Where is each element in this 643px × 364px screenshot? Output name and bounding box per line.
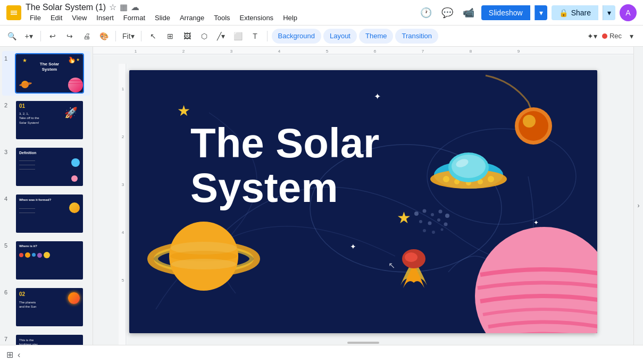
ruler-v-svg: 1 2 3 4 5 [119, 64, 127, 348]
slideshow-dropdown-button[interactable]: ▾ [535, 5, 547, 20]
slideshow-button[interactable]: Slideshow [481, 5, 530, 20]
assist-btn[interactable]: ✦▾ [585, 29, 600, 44]
print-btn[interactable]: 🖨 [79, 29, 94, 44]
comet-tr-svg [480, 70, 565, 155]
thumb-planet-3b [71, 175, 78, 182]
slide-thumb-2[interactable]: 2 01 3, 2, 1,Take off to theSolar System… [2, 98, 90, 142]
pink-planet-svg [470, 200, 597, 333]
menu-edit[interactable]: Edit [46, 13, 66, 23]
slide-3-bg: Definition —————————————————— [16, 148, 83, 186]
redo-btn[interactable]: ↪ [62, 29, 77, 44]
shapes-btn[interactable]: ⬡ [197, 29, 212, 44]
menu-format[interactable]: Format [119, 13, 149, 23]
menu-insert[interactable]: Insert [92, 13, 118, 23]
rec-dropdown[interactable]: ▾ [624, 29, 639, 44]
paint-format-btn[interactable]: 🎨 [96, 29, 111, 44]
layout-btn[interactable]: Layout [323, 29, 357, 44]
main-area: 1 The SolarSystem ★ ★ [0, 47, 643, 364]
slide-title-line1: The Solar [190, 121, 379, 165]
transition-btn[interactable]: Transition [395, 29, 438, 44]
rec-label[interactable]: Rec [609, 32, 622, 40]
slide-4-bg: When was it formed? ———————————— [16, 194, 83, 233]
thumb-planet-3 [71, 158, 80, 167]
comet-fire-svg [390, 248, 438, 301]
history-icon-btn[interactable]: 🕐 [417, 4, 435, 21]
panel-toggle-icon[interactable]: ‹ [18, 350, 20, 360]
svg-rect-3 [11, 14, 17, 15]
star-icon[interactable]: ☆ [109, 2, 116, 12]
theme-btn[interactable]: Theme [359, 29, 393, 44]
svg-text:6: 6 [374, 49, 377, 54]
slide-thumb-6[interactable]: 6 02 The planetsand the Sun [2, 285, 90, 329]
search-btn[interactable]: 🔍 [4, 29, 19, 44]
editor-area[interactable]: 1 2 3 4 5 6 7 8 9 1 2 3 4 [93, 47, 633, 364]
share-button[interactable]: 🔒 Share [552, 5, 598, 20]
textbox-btn[interactable]: T [248, 29, 263, 44]
svg-text:2: 2 [122, 134, 124, 139]
slide-thumb-4[interactable]: 4 When was it formed? ———————————— [2, 191, 90, 236]
slide-canvas[interactable]: The Solar System ★ ✦ ✦ ✦ ✦ ✦ ★ [129, 70, 597, 333]
svg-point-56 [432, 231, 435, 234]
grid-view-icon[interactable]: ⊞ [6, 350, 13, 360]
slide-thumb-1[interactable]: 1 The SolarSystem ★ ★ [2, 51, 90, 96]
thumb-rocket: 🚀 [64, 106, 78, 119]
background-btn[interactable]: Background [272, 29, 321, 44]
pink-planet [470, 200, 597, 333]
share-dropdown-button[interactable]: ▾ [603, 5, 615, 20]
bottom-bar: ⊞ ‹ [0, 345, 643, 364]
user-avatar[interactable]: A [620, 4, 637, 21]
sparkle-4: ✦ [350, 242, 356, 251]
slide-5-title: Where is it? [16, 241, 83, 251]
slide-6-bg: 02 The planetsand the Sun [16, 288, 83, 326]
slide-num-6: 6 [4, 289, 12, 295]
title-actions: 🕐 💬 📹 Slideshow ▾ 🔒 Share ▾ A [417, 4, 637, 21]
sparkle-1: ✦ [374, 91, 381, 101]
present-icon-btn[interactable]: 📹 [460, 4, 477, 21]
svg-point-29 [171, 259, 236, 269]
menu-help[interactable]: Help [279, 13, 302, 23]
image-btn[interactable]: 🖼 [180, 29, 195, 44]
slide-5-bg: Where is it? [16, 241, 83, 280]
cursor-btn[interactable]: ↖ [146, 29, 161, 44]
slide-1-bg: The SolarSystem ★ ★ 🔥 [16, 54, 83, 92]
menu-slide[interactable]: Slide [151, 13, 174, 23]
right-panel-toggle[interactable]: › [633, 47, 643, 364]
color-btn[interactable]: ⬜ [231, 29, 246, 44]
doc-title[interactable]: The Solar System (1) [26, 3, 106, 12]
scroll-bar-h[interactable] [347, 342, 379, 344]
menu-bar: File Edit View Insert Format Slide Arran… [26, 13, 413, 23]
menu-file[interactable]: File [26, 13, 45, 23]
cloud-icon[interactable]: ☁ [131, 2, 139, 12]
svg-text:8: 8 [470, 49, 472, 54]
slide-5-planets [16, 251, 83, 260]
slide-2-bg: 01 3, 2, 1,Take off to theSolar System! … [16, 101, 83, 139]
thumb-saturn [19, 81, 32, 88]
slide-num-4: 4 [4, 196, 12, 202]
undo-btn[interactable]: ↩ [45, 29, 60, 44]
ruler-horizontal: 1 2 3 4 5 6 7 8 9 [93, 47, 633, 55]
slide-thumb-5[interactable]: 5 Where is it? [2, 238, 90, 283]
zoom-in-btn[interactable]: +▾ [21, 29, 36, 44]
svg-point-45 [405, 252, 417, 262]
menu-extensions[interactable]: Extensions [236, 13, 278, 23]
line-btn[interactable]: ╱▾ [214, 29, 229, 44]
slide-preview-5: Where is it? [15, 240, 84, 281]
slide-panel[interactable]: 1 The SolarSystem ★ ★ [0, 47, 93, 364]
menu-tools[interactable]: Tools [210, 13, 234, 23]
select-btn[interactable]: ⊞ [163, 29, 178, 44]
slide-num-7: 7 [4, 336, 12, 342]
menu-view[interactable]: View [68, 13, 91, 23]
svg-text:5: 5 [122, 278, 124, 283]
svg-text:3: 3 [122, 182, 124, 187]
svg-text:1: 1 [122, 87, 124, 91]
svg-point-49 [439, 210, 442, 214]
folder-icon[interactable]: ▦ [120, 2, 128, 12]
zoom-level-btn[interactable]: Fit ▾ [120, 29, 137, 44]
menu-arrange[interactable]: Arrange [176, 13, 208, 23]
slide-thumb-3[interactable]: 3 Definition —————————————————— [2, 145, 90, 189]
slide-canvas-wrap[interactable]: The Solar System ★ ✦ ✦ ✦ ✦ ✦ ★ [119, 55, 608, 348]
svg-point-33 [443, 176, 449, 182]
svg-text:3: 3 [230, 49, 233, 54]
comment-icon-btn[interactable]: 💬 [439, 4, 456, 21]
slide-3-title: Definition [16, 148, 83, 158]
